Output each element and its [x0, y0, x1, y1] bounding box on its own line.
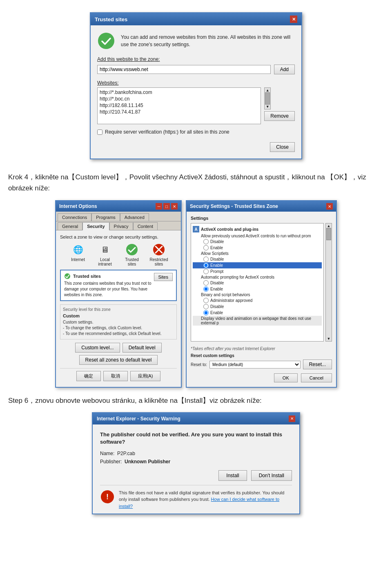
inet-footer: 确定 取消 应用(A)	[60, 368, 177, 383]
close-icon[interactable]: ✕	[171, 203, 178, 210]
radio-enable-1[interactable]: Enable	[193, 245, 322, 251]
settings-scrollbar[interactable]: ▲ ▼	[325, 223, 332, 342]
zone-internet-label: Internet	[71, 257, 85, 262]
trusted-info-box: Trusted sites This zone contains website…	[60, 270, 177, 301]
zone-restricted-sites[interactable]: Restricted sites	[147, 243, 170, 266]
disable-radio[interactable]	[203, 257, 209, 262]
security-level-box: Security level for this zone Custom Cust…	[60, 304, 177, 339]
trusted-sites-body: You can add and remove websites from thi…	[91, 25, 301, 159]
note-text: *Takes effect after you restart Internet…	[191, 346, 332, 351]
close-icon[interactable]: ✕	[289, 415, 295, 422]
option-display-video: Display video and animation on a webpage…	[193, 316, 322, 326]
tab-content[interactable]: Content	[133, 222, 158, 230]
radio-enable-binary[interactable]: Enable	[193, 310, 322, 316]
reset-all-button[interactable]: Reset all zones to default level	[79, 355, 158, 365]
ie-warning-footer: ! This file does not have a valid digita…	[100, 485, 292, 510]
enable-radio[interactable]	[203, 263, 209, 268]
reset-button[interactable]: Reset...	[303, 360, 332, 369]
enable-radio[interactable]	[203, 245, 209, 250]
sites-button[interactable]: Sites	[154, 273, 173, 281]
activex-icon: A	[193, 226, 199, 232]
radio-enable-auto[interactable]: Enable	[193, 286, 322, 292]
security-settings-dialog: Security Settings - Trusted Sites Zone ✕…	[186, 200, 337, 388]
zone-local-intranet[interactable]: 🖥 Local intranet	[94, 243, 116, 266]
settings-label: Settings	[191, 216, 332, 221]
custom-level-button[interactable]: Custom level...	[75, 343, 120, 353]
inet-options-title: Internet Options	[59, 203, 97, 209]
dialog-footer: Close	[97, 141, 295, 152]
prompt-label: Prompt	[210, 269, 223, 274]
disable-label: Disable	[210, 257, 224, 261]
settings-list[interactable]: A ActiveX controls and plug-ins Allow pr…	[191, 223, 324, 342]
default-level-button[interactable]: Default level	[122, 343, 162, 353]
scrollbar-thumb	[326, 228, 331, 240]
install-button[interactable]: Install	[218, 470, 247, 481]
dont-install-button[interactable]: Don't Install	[251, 470, 292, 481]
radio-enable-scriptlets[interactable]: Enable	[193, 262, 322, 268]
disable-label: Disable	[210, 281, 224, 285]
close-icon[interactable]: ✕	[290, 16, 297, 23]
zone-internet[interactable]: 🌐 Internet	[67, 243, 89, 266]
list-item: http://210.74.41.87	[99, 109, 259, 115]
remove-button[interactable]: Remove	[264, 111, 295, 121]
websites-list[interactable]: http://*.bankofchina.com http://*.boc.cn…	[97, 87, 261, 124]
require-https-row: Require server verification (https:) for…	[97, 129, 295, 135]
apply-button[interactable]: 应用(A)	[130, 371, 161, 381]
maximize-icon[interactable]: □	[163, 203, 170, 210]
reset-to-select[interactable]: Medium (default)	[209, 361, 301, 369]
prompt-radio[interactable]	[203, 269, 209, 274]
tab-privacy[interactable]: Privacy	[109, 222, 133, 230]
radio-disable-binary[interactable]: Disable	[193, 304, 322, 310]
svg-point-0	[98, 33, 114, 49]
cancel-button[interactable]: Cancel	[301, 373, 332, 382]
enable-label: Enable	[210, 246, 223, 250]
enable-label: Enable	[210, 310, 223, 315]
websites-row: http://*.bankofchina.com http://*.boc.cn…	[97, 87, 295, 124]
add-button[interactable]: Add	[274, 65, 295, 74]
disable-radio[interactable]	[203, 239, 209, 244]
admin-radio[interactable]	[203, 298, 209, 303]
body-text: Select a zone to view or change security…	[60, 235, 177, 239]
cancel-button[interactable]: 取消	[103, 371, 128, 381]
disable-radio[interactable]	[203, 304, 209, 309]
close-icon[interactable]: ✕	[326, 203, 333, 210]
publisher-value: Unknown Publisher	[125, 459, 170, 465]
minimize-icon[interactable]: ─	[156, 203, 162, 210]
disable-radio[interactable]	[203, 280, 209, 286]
add-website-input[interactable]	[97, 65, 271, 74]
websites-side: ▲ ▼ Remove	[264, 87, 295, 124]
disable-label: Disable	[210, 239, 224, 244]
admin-label: Administrator approved	[210, 298, 252, 303]
ok-button[interactable]: OK	[274, 373, 298, 382]
zone-trusted-sites[interactable]: Trusted sites	[120, 243, 143, 266]
tab-general[interactable]: General	[58, 222, 82, 230]
add-label: Add this website to the zone:	[97, 56, 295, 62]
tab-connections[interactable]: Connections	[58, 213, 91, 221]
ok-button[interactable]: 确定	[76, 371, 101, 381]
tab-advanced[interactable]: Advanced	[120, 213, 149, 221]
require-https-checkbox[interactable]	[97, 130, 102, 135]
add-input-row: Add	[97, 65, 295, 74]
enable-radio[interactable]	[203, 310, 209, 315]
trusted-sites-titlebar: Trusted sites ✕	[91, 13, 301, 25]
radio-prompt-scriptlets[interactable]: Prompt	[193, 268, 322, 275]
custom-desc: Custom settings.- To change the settings…	[63, 319, 174, 337]
scrollbar[interactable]: ▲ ▼	[264, 87, 271, 109]
list-item: http://*.boc.cn	[99, 96, 259, 102]
trusted-box-title: Trusted sites	[64, 273, 154, 279]
radio-disable-scriptlets[interactable]: Disable	[193, 256, 322, 262]
info-row: You can add and remove websites from thi…	[97, 32, 295, 50]
instruction1: Krok 4，klikněte na【Custom level】，Povolit…	[8, 172, 384, 194]
radio-admin-approved[interactable]: Administrator approved	[193, 297, 322, 304]
require-https-label: Require server verification (https:) for…	[105, 129, 229, 135]
close-button[interactable]: Close	[270, 142, 295, 152]
zone-restricted-label: Restricted sites	[147, 257, 170, 266]
reset-to-label: Reset to:	[191, 362, 207, 367]
tab-programs[interactable]: Programs	[91, 213, 120, 221]
tab-security[interactable]: Security	[82, 222, 109, 230]
radio-disable-auto[interactable]: Disable	[193, 280, 322, 286]
security-level-title: Security level for this zone	[63, 307, 174, 312]
enable-label: Enable	[210, 263, 223, 268]
enable-radio[interactable]	[203, 286, 209, 292]
radio-disable-1[interactable]: Disable	[193, 239, 322, 245]
